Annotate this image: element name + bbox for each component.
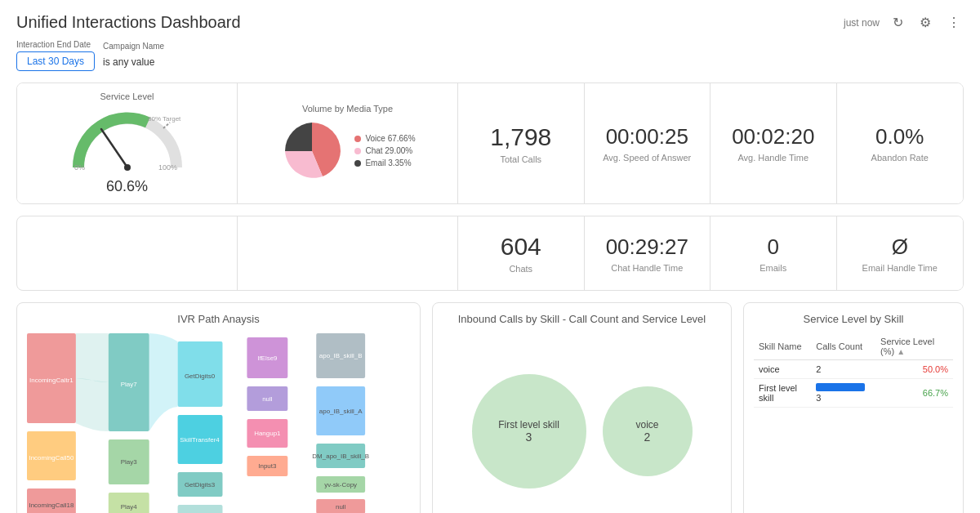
total-calls-value: 1,798	[490, 123, 551, 151]
voice-label: Voice 67.66%	[365, 134, 415, 143]
metrics-row-2: 604 Chats 00:29:27 Chat Handle Time 0 Em…	[16, 216, 964, 291]
service-level-title: Service Level	[100, 91, 154, 101]
emails-card: 0 Emails	[710, 216, 837, 290]
svg-text:Play3: Play3	[121, 458, 138, 466]
chat-label: Chat 29.00%	[365, 146, 412, 155]
filter-button[interactable]: ⚙	[916, 13, 934, 32]
svg-text:IncomingCall18: IncomingCall18	[29, 502, 74, 509]
date-filter-group: Interaction End Date Last 30 Days	[16, 40, 95, 71]
chats-label: Chats	[509, 264, 532, 274]
svg-text:0%: 0%	[74, 163, 85, 172]
skill-table: Skill Name Calls Count Service Level (%)…	[754, 333, 953, 408]
avg-speed-card: 00:00:25 Avg. Speed of Answer	[585, 83, 711, 203]
bubble-first-level: First level skill 3	[472, 374, 586, 488]
svg-text:IfElse9: IfElse9	[257, 355, 278, 362]
sort-icon: ▲	[897, 347, 905, 356]
legend-chat: Chat 29.00%	[354, 146, 415, 155]
sankey-chart: IncomingCaltr1 IncomingCall50 IncomingCa…	[27, 333, 410, 513]
svg-text:100%: 100%	[158, 163, 177, 172]
skill-table-panel: Service Level by Skill Skill Name Calls …	[743, 302, 964, 513]
chat-handle-card: 00:29:27 Chat Handle Time	[585, 216, 711, 290]
bottom-row: IVR Path Anaysis IncomingCaltr1 Incoming…	[16, 302, 964, 513]
svg-text:null: null	[262, 395, 273, 403]
voice-dot	[354, 136, 361, 142]
avg-handle-value: 00:02:20	[732, 124, 814, 149]
progress-bar	[816, 383, 865, 391]
more-button[interactable]: ⋮	[944, 13, 964, 32]
email-handle-label: Email Handle Time	[862, 263, 938, 273]
service-level-voice: 50.0%	[875, 360, 953, 379]
total-calls-label: Total Calls	[500, 154, 541, 164]
header: Unified Interactions Dashboard just now …	[16, 13, 964, 32]
svg-text:SkillTransfer4: SkillTransfer4	[180, 436, 220, 444]
svg-text:Play7: Play7	[121, 381, 138, 388]
email-handle-value: Ø	[892, 234, 908, 260]
inbound-title: Inbound Calls by Skill - Call Count and …	[443, 313, 721, 325]
chat-dot	[354, 148, 361, 154]
avg-handle-card: 00:02:20 Avg. Handle Time	[710, 83, 837, 203]
calls-count-voice: 2	[811, 360, 875, 379]
volume-media-card: Volume by Media Type Voice 67.66%	[238, 83, 458, 203]
svg-line-0	[163, 123, 170, 128]
svg-point-2	[124, 164, 131, 171]
abandon-rate-value: 0.0%	[875, 124, 924, 149]
svg-text:Hangup1: Hangup1	[254, 430, 281, 437]
date-filter-button[interactable]: Last 30 Days	[16, 51, 95, 71]
date-filter-label: Interaction End Date	[16, 40, 95, 49]
avg-handle-label: Avg. Handle Time	[737, 153, 808, 163]
svg-text:apo_IB_skill_A: apo_IB_skill_A	[319, 408, 363, 415]
email-handle-card: Ø Email Handle Time	[837, 216, 964, 290]
svg-line-1	[101, 129, 127, 167]
svg-text:GetDigits3: GetDigits3	[185, 481, 216, 488]
table-row: voice 2 50.0%	[754, 360, 953, 379]
spacer-2	[238, 216, 458, 290]
bubble-count-1: 3	[526, 430, 532, 444]
campaign-filter-value[interactable]: is any value	[103, 53, 164, 71]
col-calls-count[interactable]: Calls Count	[811, 333, 875, 360]
bubble-label-2: voice	[635, 419, 658, 430]
skill-name-first: First level skill	[754, 379, 811, 408]
timestamp: just now	[844, 17, 880, 29]
bubble-label-1: First level skill	[498, 419, 559, 430]
col-skill-name[interactable]: Skill Name	[754, 333, 811, 360]
service-level-first: 66.7%	[875, 379, 953, 408]
service-level-value: 60.6%	[106, 178, 148, 195]
service-level-gauge: 0% 100% 80% Target	[70, 106, 185, 172]
page-title: Unified Interactions Dashboard	[16, 13, 241, 32]
svg-text:yv-sk-Copy: yv-sk-Copy	[324, 481, 357, 488]
skill-table-scroll[interactable]: Skill Name Calls Count Service Level (%)…	[754, 333, 953, 408]
svg-text:Play4: Play4	[121, 503, 138, 511]
avg-speed-value: 00:00:25	[606, 124, 688, 149]
chats-value: 604	[501, 233, 541, 261]
bubble-voice: voice 2	[603, 386, 693, 476]
chat-handle-label: Chat Handle Time	[611, 263, 683, 273]
avg-speed-label: Avg. Speed of Answer	[603, 153, 691, 163]
header-actions: just now ↻ ⚙ ⋮	[844, 13, 964, 32]
ivr-title: IVR Path Anaysis	[27, 313, 410, 325]
legend-voice: Voice 67.66%	[354, 134, 415, 143]
skill-table-title: Service Level by Skill	[754, 313, 953, 325]
svg-text:apo_IB_skill_B: apo_IB_skill_B	[319, 352, 363, 359]
email-label: Email 3.35%	[365, 158, 411, 167]
service-level-card: Service Level 0% 100% 80% Target	[17, 83, 238, 203]
skill-name-voice: voice	[754, 360, 811, 379]
table-header-row: Skill Name Calls Count Service Level (%)…	[754, 333, 953, 360]
svg-text:DM_apo_IB_skill_B: DM_apo_IB_skill_B	[312, 453, 369, 460]
campaign-filter-group: Campaign Name is any value	[103, 42, 164, 71]
total-calls-card: 1,798 Total Calls	[458, 83, 585, 203]
email-dot	[354, 160, 361, 167]
chats-card: 604 Chats	[458, 216, 585, 290]
ivr-panel: IVR Path Anaysis IncomingCaltr1 Incoming…	[16, 302, 421, 513]
abandon-rate-card: 0.0% Abandon Rate	[837, 83, 964, 203]
filters-bar: Interaction End Date Last 30 Days Campai…	[16, 40, 964, 71]
spacer-1	[17, 216, 238, 290]
svg-text:GetDigits0: GetDigits0	[185, 372, 216, 380]
calls-count-first: 3	[811, 379, 875, 408]
pie-area: Voice 67.66% Chat 29.00% Email 3.35%	[279, 118, 415, 184]
campaign-filter-label: Campaign Name	[103, 42, 164, 51]
svg-text:null: null	[336, 503, 346, 511]
svg-text:IncomingCall50: IncomingCall50	[29, 454, 74, 462]
emails-value: 0	[768, 234, 779, 260]
refresh-button[interactable]: ↻	[889, 13, 906, 32]
col-service-level[interactable]: Service Level (%) ▲	[875, 333, 953, 360]
